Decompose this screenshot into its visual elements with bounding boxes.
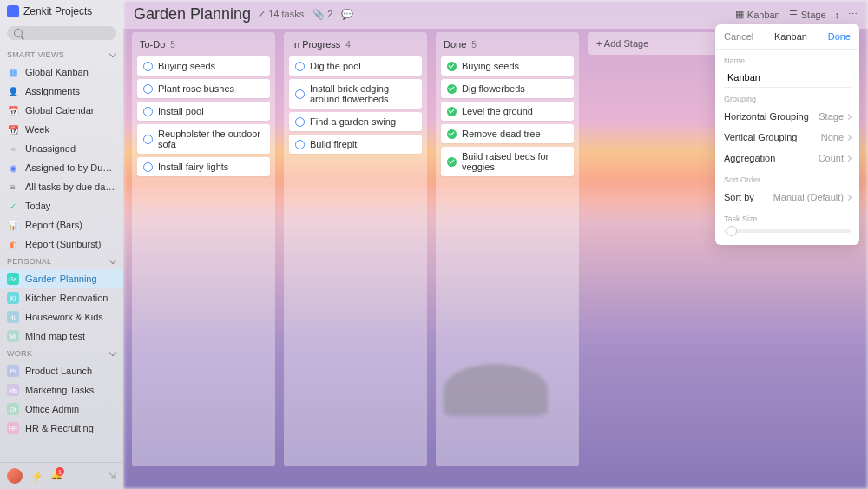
kanban-icon: ▦ xyxy=(7,66,19,78)
sidebar-project-ga[interactable]: GaGarden Planning xyxy=(0,269,123,288)
sidebar-item-label: Assigned to by Due Date xyxy=(25,162,116,173)
sidebar-item-label: Global Calendar xyxy=(25,105,95,116)
chevron-right-icon xyxy=(845,155,852,161)
task-size-slider[interactable] xyxy=(724,229,851,233)
task-card[interactable]: Dig flowerbeds xyxy=(441,79,574,98)
sidebar-project-hr[interactable]: HRHR & Recruiting xyxy=(0,419,123,438)
board-title[interactable]: Garden Planning xyxy=(134,5,251,23)
sidebar-item-week[interactable]: 📆Week xyxy=(0,120,123,139)
task-card[interactable]: Install brick edging around flowerbeds xyxy=(289,79,422,109)
more-button[interactable]: ⋯ xyxy=(848,9,858,20)
task-title: Buying seeds xyxy=(158,61,215,71)
column-header[interactable]: To-Do5 xyxy=(137,37,270,53)
checkbox-icon[interactable] xyxy=(143,62,153,71)
task-card[interactable]: Install fairy lights xyxy=(137,157,270,176)
sidebar-item-bars[interactable]: 📊Report (Bars) xyxy=(0,215,123,235)
task-card[interactable]: Plant rose bushes xyxy=(137,79,270,98)
sidebar-item-label: Kitchen Renovation xyxy=(25,293,108,303)
checkbox-icon[interactable] xyxy=(447,157,457,167)
work-heading[interactable]: WORK xyxy=(0,346,123,361)
sidebar-project-of[interactable]: OfOffice Admin xyxy=(0,400,123,419)
app-logo-icon xyxy=(7,5,19,17)
view-settings-panel: Cancel Kanban Done Name Grouping Horizon… xyxy=(715,24,859,245)
task-card[interactable]: Install pool xyxy=(137,102,270,121)
checkbox-icon[interactable] xyxy=(447,107,457,116)
checkbox-icon[interactable] xyxy=(143,135,153,144)
column-title: To-Do xyxy=(140,39,165,50)
sort-order-label: Sort Order xyxy=(715,169,859,187)
chevron-right-icon xyxy=(845,194,852,200)
sidebar-item-label: All tasks by due date w/o completed xyxy=(25,182,116,192)
sidebar-item-unassigned[interactable]: ○Unassigned xyxy=(0,139,123,158)
chevron-right-icon xyxy=(845,113,852,119)
week-icon: 📆 xyxy=(7,123,19,135)
task-card[interactable]: Buying seeds xyxy=(137,56,270,76)
horizontal-grouping-row[interactable]: Horizontal Grouping Stage xyxy=(715,106,859,127)
sidebar-item-user[interactable]: 👤Assignments xyxy=(0,82,123,101)
sidebar-item-label: Unassigned xyxy=(25,143,76,154)
panel-title: Kanban xyxy=(774,31,807,42)
checkbox-icon[interactable] xyxy=(295,62,305,71)
sidebar-item-sunburst[interactable]: ◐Report (Sunburst) xyxy=(0,235,123,254)
sidebar-project-ho[interactable]: HoHousework & Kids xyxy=(0,307,123,327)
task-title: Build raised beds for veggies xyxy=(462,151,568,172)
sidebar-item-alltasks[interactable]: ≡All tasks by due date w/o completed xyxy=(0,177,123,196)
user-avatar[interactable] xyxy=(7,468,23,484)
personal-heading[interactable]: PERSONAL xyxy=(0,254,123,269)
column-header[interactable]: In Progress4 xyxy=(289,37,422,53)
search-input[interactable] xyxy=(7,26,116,40)
sort-button[interactable]: ↕ xyxy=(835,10,840,20)
checkbox-icon[interactable] xyxy=(143,162,153,172)
column-title: In Progress xyxy=(292,39,340,50)
sort-by-row[interactable]: Sort by Manual (Default) xyxy=(715,187,859,208)
comments-icon[interactable]: 💬 xyxy=(341,9,353,20)
board-meta: ✓ 14 tasks 📎 2 💬 xyxy=(258,9,353,20)
checkbox-icon[interactable] xyxy=(447,62,457,71)
checkbox-icon[interactable] xyxy=(447,84,457,94)
task-card[interactable]: Build raised beds for veggies xyxy=(441,147,574,176)
sidebar-project-pr[interactable]: PrProduct Launch xyxy=(0,361,123,380)
lightning-icon[interactable]: ⚡ xyxy=(31,471,42,481)
sidebar-project-ma[interactable]: MaMarketing Tasks xyxy=(0,380,123,400)
task-card[interactable]: Find a garden swing xyxy=(289,112,422,131)
task-card[interactable]: Dig the pool xyxy=(289,56,422,76)
panel-done-button[interactable]: Done xyxy=(828,31,851,42)
sidebar-item-kanban[interactable]: ▦Global Kanban xyxy=(0,63,123,82)
task-card[interactable]: Build firepit xyxy=(289,135,422,154)
smart-views-heading[interactable]: SMART VIEWS xyxy=(0,47,123,63)
notifications-button[interactable]: 1 xyxy=(50,470,61,482)
vertical-grouping-row[interactable]: Vertical Grouping None xyxy=(715,127,859,148)
sidebar-item-assigned[interactable]: ◉Assigned to by Due Date xyxy=(0,158,123,177)
column-count: 4 xyxy=(345,40,351,50)
task-title: Remove dead tree xyxy=(462,129,541,139)
sidebar-item-calendar[interactable]: 📅Global Calendar xyxy=(0,101,123,120)
checkbox-icon[interactable] xyxy=(295,89,305,99)
project-badge-icon: Of xyxy=(7,403,19,415)
task-title: Install pool xyxy=(158,106,204,116)
checkbox-icon[interactable] xyxy=(447,129,457,139)
view-stage-button[interactable]: ☰ Stage xyxy=(789,9,826,20)
add-stage-button[interactable]: + Add Stage xyxy=(588,32,718,55)
panel-cancel-button[interactable]: Cancel xyxy=(724,31,753,42)
task-title: Reupholster the outdoor sofa xyxy=(158,129,264,149)
task-card[interactable]: Buying seeds xyxy=(441,56,574,76)
aggregation-row[interactable]: Aggregation Count xyxy=(715,148,859,169)
project-badge-icon: Ki xyxy=(7,292,19,304)
sidebar-project-mi[interactable]: MiMind map test xyxy=(0,327,123,346)
checkbox-icon[interactable] xyxy=(295,140,305,149)
slider-thumb[interactable] xyxy=(727,226,737,236)
sidebar-item-today[interactable]: ✓Today xyxy=(0,196,123,215)
checkbox-icon[interactable] xyxy=(295,117,305,127)
chevron-down-icon xyxy=(109,350,116,357)
task-card[interactable]: Level the ground xyxy=(441,102,574,121)
task-card[interactable]: Reupholster the outdoor sofa xyxy=(137,124,270,154)
resize-handle-icon[interactable]: ⇲ xyxy=(108,470,116,482)
checkbox-icon[interactable] xyxy=(143,107,153,116)
sidebar-project-ki[interactable]: KiKitchen Renovation xyxy=(0,288,123,307)
sidebar-item-label: Today xyxy=(25,201,50,211)
view-kanban-button[interactable]: ▦ Kanban xyxy=(735,9,780,20)
view-name-input[interactable] xyxy=(724,68,851,88)
column-header[interactable]: Done5 xyxy=(441,37,574,53)
checkbox-icon[interactable] xyxy=(143,84,153,94)
task-card[interactable]: Remove dead tree xyxy=(441,124,574,143)
